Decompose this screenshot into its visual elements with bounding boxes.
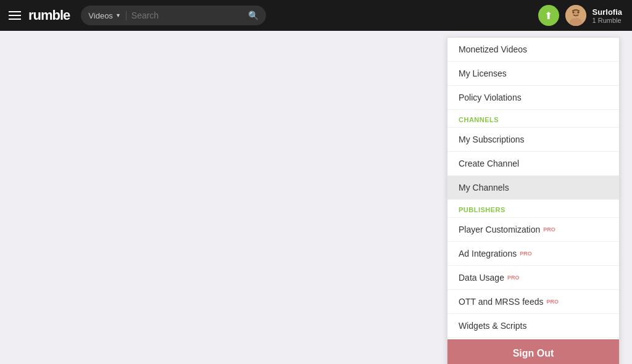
sign-out-button[interactable]: Sign Out — [447, 339, 619, 364]
upload-icon: ⬆ — [544, 10, 552, 22]
menu-item-ott-mrss[interactable]: OTT and MRSS feeds PRO — [447, 290, 619, 314]
menu-item-my-channels[interactable]: My Channels — [447, 176, 619, 200]
upload-button[interactable]: ⬆ — [538, 5, 559, 26]
menu-item-ad-integrations[interactable]: Ad Integrations PRO — [447, 242, 619, 266]
logo[interactable]: rumble — [28, 7, 70, 23]
user-info: Surlofia 1 Rumble — [592, 7, 622, 24]
menu-item-player-customization[interactable]: Player Customization PRO — [447, 218, 619, 242]
search-type-label: Videos — [88, 11, 113, 20]
search-dropdown[interactable]: Videos ▼ — [88, 11, 126, 20]
section-header-publishers: PUBLISHERS — [447, 200, 619, 218]
pro-badge-data: PRO — [507, 275, 520, 281]
section-header-channels: CHANNELS — [447, 110, 619, 128]
rumble-count: 1 Rumble — [592, 17, 622, 24]
main-content: Monetized Videos My Licenses Policy Viol… — [0, 31, 632, 364]
search-bar: Videos ▼ 🔍 — [81, 6, 266, 25]
header-right: ⬆ Surlofia 1 Rumble — [538, 5, 622, 26]
search-icon[interactable]: 🔍 — [248, 10, 259, 20]
menu-item-my-licenses[interactable]: My Licenses — [447, 62, 619, 86]
menu-item-data-usage[interactable]: Data Usage PRO — [447, 266, 619, 290]
pro-badge-ad: PRO — [520, 250, 532, 257]
pro-badge-ott: PRO — [546, 299, 559, 305]
menu-item-my-subscriptions[interactable]: My Subscriptions — [447, 128, 619, 152]
dropdown-menu: Monetized Videos My Licenses Policy Viol… — [447, 37, 620, 364]
avatar[interactable] — [565, 5, 586, 26]
svg-point-3 — [572, 12, 574, 14]
pro-badge-player: PRO — [543, 226, 555, 233]
chevron-down-icon: ▼ — [115, 12, 121, 19]
menu-item-policy-violations[interactable]: Policy Violations — [447, 86, 619, 110]
menu-item-widgets-scripts[interactable]: Widgets & Scripts — [447, 314, 619, 338]
search-input[interactable] — [131, 10, 246, 20]
hamburger-icon[interactable] — [9, 11, 21, 20]
svg-point-4 — [577, 12, 579, 14]
menu-item-monetized-videos[interactable]: Monetized Videos — [447, 38, 619, 62]
menu-item-create-channel[interactable]: Create Channel — [447, 152, 619, 176]
username: Surlofia — [592, 7, 622, 17]
header: rumble Videos ▼ 🔍 ⬆ Surlofia 1 Rumble — [0, 0, 632, 31]
